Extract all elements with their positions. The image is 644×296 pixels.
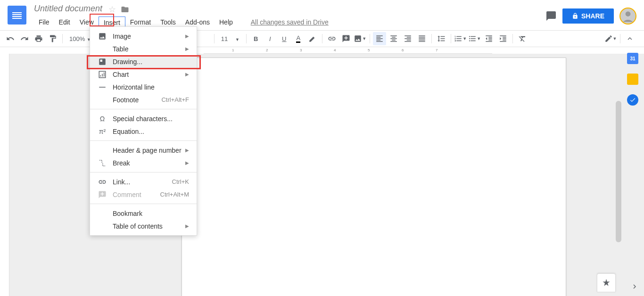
- insert-header-page-number[interactable]: Header & page number ▶: [90, 144, 197, 156]
- insert-comment: Comment Ctrl+Alt+M: [90, 188, 197, 201]
- editing-mode-button[interactable]: ▼: [604, 32, 617, 45]
- svg-rect-1: [100, 59, 103, 62]
- omega-icon: Ω: [98, 114, 107, 123]
- insert-table[interactable]: Table ▶: [90, 42, 197, 55]
- share-button[interactable]: SHARE: [562, 8, 614, 24]
- insert-image-button[interactable]: ▼: [354, 32, 367, 45]
- highlight-button[interactable]: [306, 32, 319, 45]
- comments-icon[interactable]: [545, 10, 557, 22]
- share-label: SHARE: [581, 12, 604, 20]
- insert-image[interactable]: Image ▶: [90, 30, 197, 42]
- user-avatar[interactable]: [619, 8, 636, 25]
- line-spacing-button[interactable]: [435, 32, 448, 45]
- italic-button[interactable]: I: [264, 32, 277, 45]
- bulleted-list-button[interactable]: ▼: [468, 32, 481, 45]
- underline-button[interactable]: U: [278, 32, 291, 45]
- insert-link[interactable]: Link... Ctrl+K: [90, 175, 197, 188]
- font-size-dropdown[interactable]: 11 ▼: [217, 35, 243, 42]
- lock-icon: [572, 13, 578, 19]
- horizontal-ruler[interactable]: 1 2 3 4 5 6 7: [204, 47, 492, 54]
- print-button[interactable]: [32, 32, 45, 45]
- align-right-button[interactable]: [401, 32, 414, 45]
- break-icon: [98, 158, 107, 168]
- header: Untitled document ☆ File Edit View Inser…: [0, 0, 644, 30]
- undo-button[interactable]: [4, 32, 17, 45]
- insert-equation[interactable]: π² Equation...: [90, 125, 197, 138]
- increase-indent-button[interactable]: [496, 32, 510, 45]
- side-panel-toggle[interactable]: [629, 281, 640, 292]
- vertical-ruler[interactable]: [0, 54, 9, 296]
- insert-bookmark[interactable]: Bookmark: [90, 207, 197, 220]
- insert-comment-button[interactable]: [339, 32, 353, 45]
- submenu-arrow-icon: ▶: [185, 46, 189, 51]
- hline-icon: [98, 82, 107, 92]
- submenu-arrow-icon: ▶: [185, 72, 189, 77]
- drawing-icon: [98, 57, 107, 66]
- side-panel: 31: [621, 47, 644, 106]
- submenu-arrow-icon: ▶: [185, 148, 189, 153]
- comment-icon: [98, 190, 107, 199]
- docs-logo[interactable]: [8, 6, 26, 25]
- insert-footnote[interactable]: Footnote Ctrl+Alt+F: [90, 93, 197, 106]
- clear-formatting-button[interactable]: [516, 32, 529, 45]
- image-icon: [98, 32, 107, 41]
- redo-button[interactable]: [18, 32, 31, 45]
- title-area: Untitled document ☆ File Edit View Inser…: [30, 4, 545, 29]
- align-center-button[interactable]: [387, 32, 400, 45]
- insert-link-button[interactable]: [325, 32, 339, 45]
- align-left-button[interactable]: [373, 32, 386, 45]
- insert-break[interactable]: Break ▶: [90, 156, 197, 169]
- text-color-button[interactable]: A: [292, 32, 305, 45]
- numbered-list-button[interactable]: ▼: [454, 32, 467, 45]
- paint-format-button[interactable]: [46, 32, 59, 45]
- menu-file[interactable]: File: [34, 16, 54, 29]
- header-right: SHARE: [545, 8, 636, 25]
- scrollbar[interactable]: [616, 101, 621, 242]
- insert-horizontal-line[interactable]: Horizontal line: [90, 81, 197, 93]
- menu-help[interactable]: Help: [215, 16, 238, 29]
- document-page[interactable]: [182, 58, 566, 296]
- pi-icon: π²: [98, 127, 107, 136]
- insert-chart[interactable]: Chart ▶: [90, 68, 197, 81]
- menu-edit[interactable]: Edit: [54, 16, 75, 29]
- tasks-sidebar-icon[interactable]: [627, 94, 638, 106]
- insert-drawing[interactable]: Drawing...: [90, 55, 197, 68]
- submenu-arrow-icon: ▶: [185, 33, 189, 39]
- document-title[interactable]: Untitled document: [30, 3, 102, 13]
- submenu-arrow-icon: ▶: [185, 160, 189, 165]
- link-icon: [98, 177, 107, 187]
- save-status[interactable]: All changes saved in Drive: [251, 16, 329, 29]
- bold-button[interactable]: B: [249, 32, 263, 45]
- star-icon[interactable]: ☆: [108, 4, 116, 15]
- keep-sidebar-icon[interactable]: [627, 74, 638, 85]
- chart-icon: [98, 70, 107, 79]
- align-justify-button[interactable]: [415, 32, 429, 45]
- calendar-sidebar-icon[interactable]: 31: [627, 53, 638, 64]
- decrease-indent-button[interactable]: [482, 32, 495, 45]
- insert-dropdown-menu: Image ▶ Table ▶ Drawing... Chart ▶ Horiz…: [90, 26, 197, 236]
- folder-icon[interactable]: [121, 5, 129, 14]
- insert-table-of-contents[interactable]: Table of contents ▶: [90, 220, 197, 232]
- insert-special-characters[interactable]: Ω Special characters...: [90, 112, 197, 125]
- submenu-arrow-icon: ▶: [185, 223, 189, 229]
- explore-button[interactable]: [597, 273, 616, 292]
- collapse-toolbar-button[interactable]: [623, 32, 636, 45]
